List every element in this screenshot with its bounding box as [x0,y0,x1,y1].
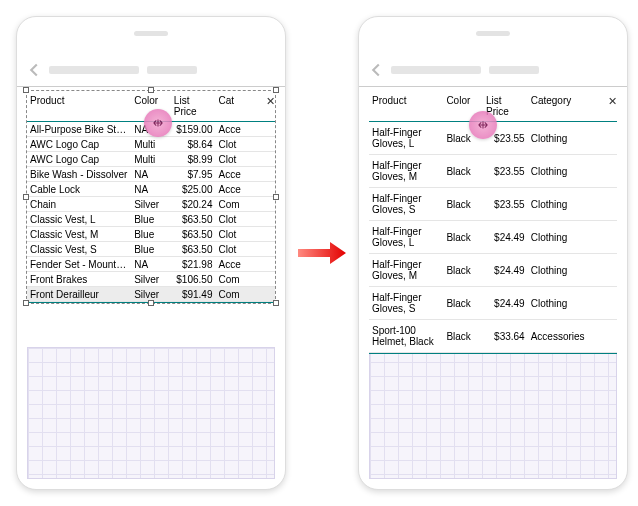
cell-price: $20.24 [171,197,216,212]
table-row[interactable]: Half-Finger Gloves, LBlack$24.49Clothing [369,221,617,254]
table-row[interactable]: Classic Vest, MBlue$63.50Clot [27,227,275,242]
cell-color: Black [443,188,483,221]
cell-product: Cable Lock [27,182,131,197]
phone-frame-right: Product Color List Price Category ✕ Half… [358,16,628,490]
placeholder-bar [49,66,139,74]
resize-handle[interactable] [23,194,29,200]
cell-product: Half-Finger Gloves, L [369,221,443,254]
cell-price: $33.64 [483,320,528,353]
col-header-price[interactable]: List Price [171,91,216,122]
cell-price: $8.64 [171,137,216,152]
cell-category: Clothing [528,254,605,287]
table-row[interactable]: Classic Vest, LBlue$63.50Clot [27,212,275,227]
cell-color: Black [443,254,483,287]
cell-product: AWC Logo Cap [27,152,131,167]
resize-handle[interactable] [273,194,279,200]
col-header-product[interactable]: Product [369,91,443,122]
cell-product: Bike Wash - Dissolver [27,167,131,182]
col-header-category[interactable]: Cat [215,91,262,122]
cell-price: $91.49 [171,287,216,302]
cell-category: Acce [215,182,262,197]
cell-color: Black [443,320,483,353]
cell-color: Black [443,221,483,254]
cell-product: Classic Vest, L [27,212,131,227]
table-row[interactable]: Fender Set - MountainNA$21.98Acce [27,257,275,272]
data-table[interactable]: Product Color List Price Category ✕ Half… [369,91,617,354]
col-header-product[interactable]: Product [27,91,131,122]
cell-product: Half-Finger Gloves, M [369,155,443,188]
cell-price: $8.99 [171,152,216,167]
cell-price: $23.55 [483,188,528,221]
cell-product: Half-Finger Gloves, L [369,122,443,155]
placeholder-bar [391,66,481,74]
cell-product: Sport-100 Helmet, Black [369,320,443,353]
cell-category: Com [215,197,262,212]
placeholder-bar [489,66,539,74]
table-row[interactable]: Half-Finger Gloves, MBlack$24.49Clothing [369,254,617,287]
table-row[interactable]: Cable LockNA$25.00Acce [27,182,275,197]
cell-price: $159.00 [171,122,216,137]
cell-price: $24.49 [483,254,528,287]
cell-product: Chain [27,197,131,212]
cell-product: Half-Finger Gloves, S [369,287,443,320]
cell-category: Com [215,272,262,287]
data-table[interactable]: Product Color List Price Cat ✕ All-Purpo… [27,91,275,303]
column-resize-touch-icon[interactable] [469,111,497,139]
back-icon[interactable] [27,63,41,77]
resize-handle[interactable] [148,300,154,306]
table-row[interactable]: Classic Vest, SBlue$63.50Clot [27,242,275,257]
design-grid [369,347,617,479]
cell-color: NA [131,257,171,272]
cell-product: Front Brakes [27,272,131,287]
cell-category: Clothing [528,287,605,320]
phone-top [359,17,627,53]
resize-handle[interactable] [23,300,29,306]
cell-category: Clot [215,212,262,227]
resize-handle[interactable] [148,87,154,93]
cell-product: AWC Logo Cap [27,137,131,152]
cell-product: All-Purpose Bike Stand [27,122,131,137]
resize-handle[interactable] [273,300,279,306]
cell-color: NA [131,182,171,197]
back-icon[interactable] [369,63,383,77]
cell-color: Black [443,287,483,320]
cell-category: Com [215,287,262,302]
cell-price: $25.00 [171,182,216,197]
cell-category: Clothing [528,221,605,254]
cell-product: Half-Finger Gloves, S [369,188,443,221]
table-row[interactable]: AWC Logo CapMulti$8.64Clot [27,137,275,152]
cell-category: Clot [215,227,262,242]
cell-category: Acce [215,167,262,182]
close-icon[interactable]: ✕ [605,91,617,122]
cell-product: Fender Set - Mountain [27,257,131,272]
phone-speaker [476,31,510,36]
table-row[interactable]: Bike Wash - DissolverNA$7.95Acce [27,167,275,182]
cell-price: $24.49 [483,221,528,254]
table-row[interactable]: Front BrakesSilver$106.50Com [27,272,275,287]
cell-color: NA [131,167,171,182]
table-row[interactable]: Sport-100 Helmet, BlackBlack$33.64Access… [369,320,617,353]
cell-price: $7.95 [171,167,216,182]
cell-color: Blue [131,227,171,242]
resize-handle[interactable] [273,87,279,93]
cell-price: $24.49 [483,287,528,320]
cell-product: Classic Vest, S [27,242,131,257]
table-row[interactable]: Half-Finger Gloves, SBlack$23.55Clothing [369,188,617,221]
cell-price: $106.50 [171,272,216,287]
cell-price: $63.50 [171,212,216,227]
close-icon[interactable]: ✕ [263,91,275,122]
cell-color: Blue [131,242,171,257]
col-header-category[interactable]: Category [528,91,605,122]
design-grid [27,347,275,479]
resize-handle[interactable] [23,87,29,93]
cell-color: Multi [131,152,171,167]
table-row[interactable]: ChainSilver$20.24Com [27,197,275,212]
table-row[interactable]: Half-Finger Gloves, MBlack$23.55Clothing [369,155,617,188]
cell-color: Black [443,155,483,188]
table-row[interactable]: Half-Finger Gloves, SBlack$24.49Clothing [369,287,617,320]
cell-category: Acce [215,257,262,272]
table-row[interactable]: AWC Logo CapMulti$8.99Clot [27,152,275,167]
phone-frame-left: Product Color List Price Cat ✕ All-Purpo… [16,16,286,490]
cell-category: Clothing [528,122,605,155]
column-resize-touch-icon[interactable] [144,109,172,137]
